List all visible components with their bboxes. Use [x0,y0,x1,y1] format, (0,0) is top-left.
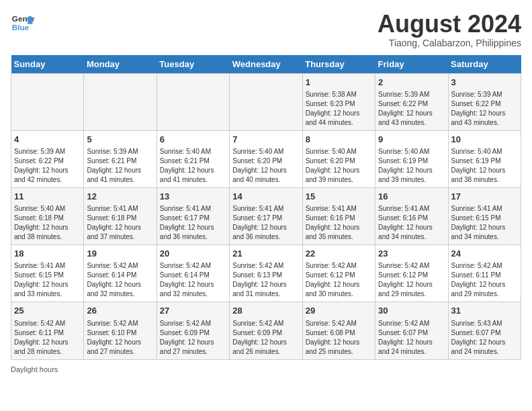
day-number: 7 [232,134,299,146]
day-number: 12 [87,191,153,203]
calendar-cell: 6Sunrise: 5:40 AMSunset: 6:21 PMDaylight… [157,130,229,187]
day-number: 16 [378,191,445,203]
calendar-cell: 8Sunrise: 5:40 AMSunset: 6:20 PMDaylight… [302,130,375,187]
day-number: 3 [451,77,518,89]
footer: Daylight hours [11,365,521,373]
calendar-cell [230,73,302,130]
day-info: Sunrise: 5:42 AMSunset: 6:07 PMDaylight:… [378,319,445,357]
logo: General Blue General Blue [11,11,35,35]
day-info: Sunrise: 5:42 AMSunset: 6:12 PMDaylight:… [306,261,372,299]
day-number: 31 [451,305,518,317]
day-info: Sunrise: 5:39 AMSunset: 6:22 PMDaylight:… [451,90,518,128]
day-info: Sunrise: 5:42 AMSunset: 6:13 PMDaylight:… [232,261,299,299]
day-info: Sunrise: 5:43 AMSunset: 6:07 PMDaylight:… [451,319,518,357]
day-of-week-header: Wednesday [230,55,302,74]
day-info: Sunrise: 5:40 AMSunset: 6:20 PMDaylight:… [306,147,372,185]
day-number: 19 [87,248,153,260]
day-info: Sunrise: 5:41 AMSunset: 6:15 PMDaylight:… [451,204,518,242]
main-title: August 2024 [378,11,521,38]
calendar-cell: 18Sunrise: 5:41 AMSunset: 6:15 PMDayligh… [11,245,84,302]
day-info: Sunrise: 5:41 AMSunset: 6:18 PMDaylight:… [87,204,153,242]
day-info: Sunrise: 5:40 AMSunset: 6:19 PMDaylight:… [451,147,518,185]
calendar-week-row: 11Sunrise: 5:40 AMSunset: 6:18 PMDayligh… [11,187,521,244]
day-of-week-header: Friday [375,55,448,74]
calendar-cell: 22Sunrise: 5:42 AMSunset: 6:12 PMDayligh… [302,245,375,302]
page-header: General Blue General Blue August 2024 Ti… [11,11,521,48]
calendar-cell: 10Sunrise: 5:40 AMSunset: 6:19 PMDayligh… [448,130,521,187]
calendar-week-row: 1Sunrise: 5:38 AMSunset: 6:23 PMDaylight… [11,73,521,130]
logo-icon: General Blue [11,11,35,35]
calendar-cell: 12Sunrise: 5:41 AMSunset: 6:18 PMDayligh… [84,187,157,244]
day-info: Sunrise: 5:42 AMSunset: 6:12 PMDaylight:… [378,261,445,299]
calendar-cell: 28Sunrise: 5:42 AMSunset: 6:09 PMDayligh… [230,302,302,359]
calendar-cell [84,73,157,130]
day-number: 6 [160,134,226,146]
day-info: Sunrise: 5:41 AMSunset: 6:17 PMDaylight:… [160,204,226,242]
day-number: 26 [87,305,153,317]
daylight-hours-label: Daylight hours [11,365,58,373]
calendar-cell: 2Sunrise: 5:39 AMSunset: 6:22 PMDaylight… [375,73,448,130]
calendar-cell: 5Sunrise: 5:39 AMSunset: 6:21 PMDaylight… [84,130,157,187]
calendar-cell: 29Sunrise: 5:42 AMSunset: 6:08 PMDayligh… [302,302,375,359]
day-number: 28 [232,305,299,317]
day-of-week-header: Monday [84,55,157,74]
day-of-week-header: Thursday [302,55,375,74]
day-number: 15 [306,191,372,203]
day-of-week-header: Tuesday [157,55,229,74]
calendar-cell: 15Sunrise: 5:41 AMSunset: 6:16 PMDayligh… [302,187,375,244]
calendar-cell: 31Sunrise: 5:43 AMSunset: 6:07 PMDayligh… [448,302,521,359]
calendar-cell: 9Sunrise: 5:40 AMSunset: 6:19 PMDaylight… [375,130,448,187]
day-info: Sunrise: 5:41 AMSunset: 6:17 PMDaylight:… [232,204,299,242]
calendar-cell: 17Sunrise: 5:41 AMSunset: 6:15 PMDayligh… [448,187,521,244]
calendar-cell: 1Sunrise: 5:38 AMSunset: 6:23 PMDaylight… [302,73,375,130]
calendar-cell: 27Sunrise: 5:42 AMSunset: 6:09 PMDayligh… [157,302,229,359]
day-number: 13 [160,191,226,203]
day-info: Sunrise: 5:42 AMSunset: 6:11 PMDaylight:… [14,319,81,357]
day-info: Sunrise: 5:41 AMSunset: 6:15 PMDaylight:… [14,261,81,299]
calendar-cell: 25Sunrise: 5:42 AMSunset: 6:11 PMDayligh… [11,302,84,359]
calendar-cell: 11Sunrise: 5:40 AMSunset: 6:18 PMDayligh… [11,187,84,244]
title-block: August 2024 Tiaong, Calabarzon, Philippi… [378,11,521,48]
day-number: 22 [306,248,372,260]
calendar-cell: 14Sunrise: 5:41 AMSunset: 6:17 PMDayligh… [230,187,302,244]
day-info: Sunrise: 5:42 AMSunset: 6:14 PMDaylight:… [160,261,226,299]
calendar-cell: 19Sunrise: 5:42 AMSunset: 6:14 PMDayligh… [84,245,157,302]
day-number: 5 [87,134,153,146]
day-of-week-header: Saturday [448,55,521,74]
day-info: Sunrise: 5:42 AMSunset: 6:08 PMDaylight:… [306,319,372,357]
day-of-week-header: Sunday [11,55,84,74]
calendar-cell [11,73,84,130]
day-info: Sunrise: 5:41 AMSunset: 6:16 PMDaylight:… [306,204,372,242]
day-info: Sunrise: 5:42 AMSunset: 6:14 PMDaylight:… [87,261,153,299]
day-number: 27 [160,305,226,317]
day-info: Sunrise: 5:41 AMSunset: 6:16 PMDaylight:… [378,204,445,242]
day-number: 18 [14,248,81,260]
day-info: Sunrise: 5:39 AMSunset: 6:21 PMDaylight:… [87,147,153,185]
day-number: 29 [306,305,372,317]
day-number: 20 [160,248,226,260]
day-info: Sunrise: 5:40 AMSunset: 6:21 PMDaylight:… [160,147,226,185]
day-info: Sunrise: 5:39 AMSunset: 6:22 PMDaylight:… [14,147,81,185]
calendar-cell [157,73,229,130]
day-number: 30 [378,305,445,317]
calendar-week-row: 4Sunrise: 5:39 AMSunset: 6:22 PMDaylight… [11,130,521,187]
day-number: 21 [232,248,299,260]
calendar-table: SundayMondayTuesdayWednesdayThursdayFrid… [11,55,521,360]
day-number: 9 [378,134,445,146]
day-info: Sunrise: 5:40 AMSunset: 6:20 PMDaylight:… [232,147,299,185]
day-info: Sunrise: 5:42 AMSunset: 6:09 PMDaylight:… [160,319,226,357]
day-info: Sunrise: 5:42 AMSunset: 6:10 PMDaylight:… [87,319,153,357]
calendar-cell: 21Sunrise: 5:42 AMSunset: 6:13 PMDayligh… [230,245,302,302]
subtitle: Tiaong, Calabarzon, Philippines [378,38,521,48]
calendar-cell: 30Sunrise: 5:42 AMSunset: 6:07 PMDayligh… [375,302,448,359]
day-info: Sunrise: 5:42 AMSunset: 6:09 PMDaylight:… [232,319,299,357]
day-number: 2 [378,77,445,89]
day-info: Sunrise: 5:40 AMSunset: 6:19 PMDaylight:… [378,147,445,185]
calendar-cell: 3Sunrise: 5:39 AMSunset: 6:22 PMDaylight… [448,73,521,130]
calendar-cell: 16Sunrise: 5:41 AMSunset: 6:16 PMDayligh… [375,187,448,244]
calendar-week-row: 18Sunrise: 5:41 AMSunset: 6:15 PMDayligh… [11,245,521,302]
day-number: 4 [14,134,81,146]
calendar-cell: 13Sunrise: 5:41 AMSunset: 6:17 PMDayligh… [157,187,229,244]
calendar-cell: 7Sunrise: 5:40 AMSunset: 6:20 PMDaylight… [230,130,302,187]
day-number: 24 [451,248,518,260]
